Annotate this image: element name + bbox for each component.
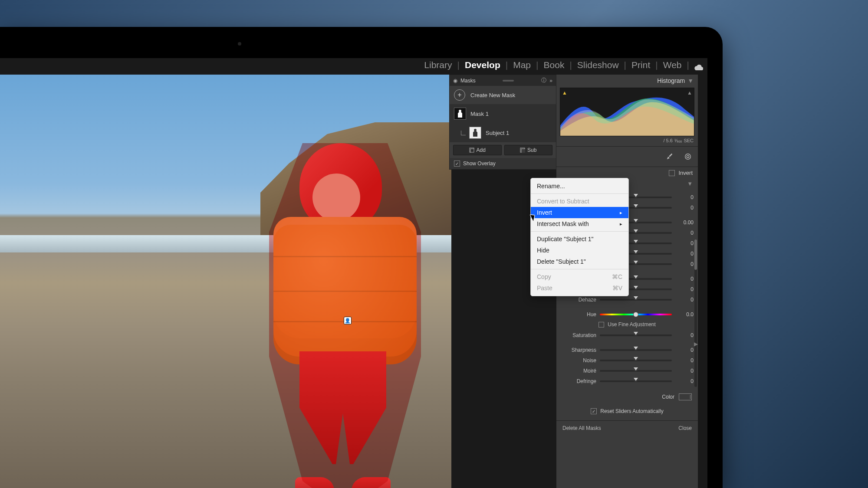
image-preview[interactable]: 👤	[0, 75, 451, 488]
highlight-clip-warning-icon[interactable]: ▲	[687, 90, 692, 96]
menu-hide[interactable]: Hide	[531, 245, 628, 256]
subject-name: Subject 1	[486, 130, 509, 136]
menu-intersect-mask-with[interactable]: Intersect Mask with ▸	[531, 218, 628, 229]
defringe-slider[interactable]: Defringe0	[561, 376, 694, 386]
histogram-title: Histogram	[657, 77, 685, 84]
disclosure-triangle-icon[interactable]: ▼	[687, 77, 694, 84]
shutter-readout-pre: ¹⁄₂₀₀	[674, 138, 682, 144]
radial-tool-icon[interactable]	[684, 153, 692, 160]
app-screen: Library | Develop | Map | Book | Slidesh…	[0, 58, 707, 488]
scrollbar-thumb[interactable]	[694, 239, 697, 270]
module-develop[interactable]: Develop	[465, 60, 500, 70]
side-panel-collapse-icon[interactable]: ▶	[694, 341, 698, 347]
menu-rename[interactable]: Rename...	[531, 180, 628, 192]
reset-sliders-row[interactable]: ✓ Reset Sliders Automatically	[556, 405, 698, 421]
masks-panel: ◉ Masks ⓘ » + Create New Mask Mask 1	[449, 75, 556, 170]
reset-sliders-label: Reset Sliders Automatically	[600, 408, 663, 414]
subject-thumbnail-icon	[469, 127, 481, 139]
module-slideshow[interactable]: Slideshow	[577, 60, 619, 70]
nav-separator: |	[457, 60, 460, 70]
histogram-header[interactable]: Histogram ▼	[556, 75, 698, 87]
delete-all-masks-button[interactable]: Delete All Masks	[562, 425, 601, 431]
tree-corner-icon	[461, 131, 466, 135]
module-print[interactable]: Print	[631, 60, 650, 70]
submenu-arrow-icon: ▸	[620, 210, 622, 216]
masks-panel-title: Masks	[460, 78, 476, 84]
checkbox-checked-icon[interactable]: ✓	[454, 160, 460, 167]
color-swatch-icon[interactable]	[679, 393, 692, 400]
brush-tool-icon[interactable]	[666, 153, 674, 160]
slider-knob-icon[interactable]	[634, 194, 638, 197]
create-new-mask-button[interactable]: + Create New Mask	[450, 86, 556, 104]
sharpness-slider[interactable]: Sharpness0	[561, 345, 694, 355]
mask-panel-footer: Delete All Masks Close	[556, 421, 698, 433]
photo-canvas	[0, 75, 451, 488]
invert-label: Invert	[678, 170, 693, 176]
module-map[interactable]: Map	[513, 60, 531, 70]
invert-mask-row[interactable]: Invert	[556, 167, 698, 179]
context-menu: Rename... Convert to Subtract Invert ▸ I…	[530, 178, 629, 296]
submenu-arrow-icon: ▸	[620, 221, 622, 227]
menu-convert-to-subtract: Convert to Subtract	[531, 196, 628, 207]
mask-pin-icon[interactable]: 👤	[344, 317, 352, 324]
plus-icon: +	[454, 89, 465, 101]
checkbox-unchecked-icon[interactable]	[669, 170, 675, 176]
color-label: Color	[662, 394, 674, 400]
menu-duplicate[interactable]: Duplicate "Subject 1"	[531, 233, 628, 245]
aperture-readout: / 5.6	[663, 138, 672, 144]
saturation-slider[interactable]: Saturation0	[561, 330, 694, 341]
menu-paste: Paste ⌘V	[531, 282, 628, 294]
eye-icon: ◉	[453, 78, 457, 84]
moire-slider[interactable]: Moiré0	[561, 366, 694, 376]
shutter-readout-suffix: SEC	[684, 138, 694, 144]
shadow-clip-warning-icon[interactable]: ▲	[562, 90, 567, 96]
mask-thumbnail-icon	[454, 108, 466, 120]
module-library[interactable]: Library	[424, 60, 452, 70]
mask-item[interactable]: Mask 1	[450, 104, 556, 123]
svg-point-4	[685, 154, 691, 160]
checkbox-unchecked-icon[interactable]	[598, 322, 604, 328]
module-book[interactable]: Book	[544, 60, 565, 70]
menu-copy: Copy ⌘C	[531, 271, 628, 282]
hue-slider[interactable]: Hue0.0	[561, 309, 694, 320]
mask-component-item[interactable]: Subject 1	[450, 123, 556, 142]
vertical-scrollbar[interactable]	[694, 239, 697, 387]
subtract-mask-button[interactable]: Sub	[504, 145, 553, 155]
checkbox-checked-icon[interactable]: ✓	[591, 408, 597, 414]
module-nav: Library | Develop | Map | Book | Slidesh…	[424, 60, 703, 70]
mask-add-subtract-row: Add Sub	[450, 142, 556, 158]
disclosure-triangle-icon[interactable]: ▼	[687, 180, 693, 187]
create-new-mask-label: Create New Mask	[470, 92, 515, 98]
panel-drag-grip-icon[interactable]	[503, 80, 514, 82]
exposure-readout: / 5.6 ¹⁄₂₀₀ SEC	[556, 137, 698, 146]
histogram-graph[interactable]: ▲ ▲	[560, 88, 694, 136]
menu-delete[interactable]: Delete "Subject 1"	[531, 256, 628, 267]
menu-divider	[531, 193, 628, 194]
svg-point-5	[687, 155, 689, 157]
show-overlay-row[interactable]: ✓ Show Overlay	[450, 158, 556, 169]
shortcut-label: ⌘C	[612, 273, 622, 280]
info-icon[interactable]: ⓘ	[541, 77, 546, 84]
fine-adjustment-row[interactable]: Use Fine Adjustment	[561, 320, 694, 330]
add-mask-button[interactable]: Add	[453, 145, 502, 155]
masked-subject	[269, 143, 421, 488]
color-picker-row[interactable]: Color	[556, 390, 698, 405]
mask-name: Mask 1	[470, 111, 489, 117]
cloud-sync-icon[interactable]	[694, 62, 703, 68]
menu-invert[interactable]: Invert ▸	[531, 207, 628, 218]
module-web[interactable]: Web	[663, 60, 682, 70]
collapse-icon[interactable]: »	[549, 78, 552, 84]
local-tool-strip	[556, 146, 698, 167]
masks-panel-header[interactable]: ◉ Masks ⓘ »	[450, 75, 556, 86]
shortcut-label: ⌘V	[612, 285, 622, 291]
laptop-frame: Library | Develop | Map | Book | Slidesh…	[0, 27, 723, 488]
close-button[interactable]: Close	[678, 425, 692, 431]
noise-slider[interactable]: Noise0	[561, 355, 694, 366]
show-overlay-label: Show Overlay	[463, 160, 496, 167]
svg-rect-3	[521, 149, 525, 153]
